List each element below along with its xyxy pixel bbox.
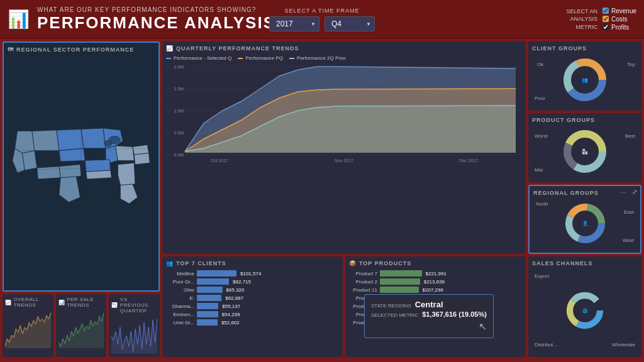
- regional-groups-donut-area: North East West 👤: [533, 200, 636, 246]
- client-groups-donut-area: Ok Poor Top 👥: [532, 55, 638, 104]
- regional-groups-donut: 👤: [565, 203, 606, 244]
- per-sale-trends-chart: [58, 310, 104, 348]
- overall-trends-chart: [5, 310, 51, 348]
- us-map-svg: [8, 57, 155, 284]
- costs-checkbox[interactable]: Costs: [602, 16, 636, 23]
- vs-previous-panel: 📉 VS PREVIOUS QUARTER: [109, 294, 160, 357]
- regional-groups-panel: REGIONAL GROUPS ⤢ ··· North East West 👤: [528, 185, 641, 254]
- client-ok-label: Ok: [537, 62, 543, 67]
- regional-groups-title: REGIONAL GROUPS ⤢ ···: [533, 190, 636, 196]
- client-bar-fill: [197, 270, 236, 277]
- product-bar-fill: [380, 287, 419, 293]
- clients-bar-chart: Medline $101,574 Pure Gr... $82,715 Ohio…: [166, 270, 339, 326]
- vs-previous-chart: [111, 316, 157, 354]
- product-bar-fill: [380, 278, 420, 285]
- export-label: Export: [535, 273, 549, 279]
- top-products-wrapper: 📦 TOP PRODUCTS Product 7 $221,991 Produc…: [345, 256, 526, 357]
- metric-checkboxes: Revenue Costs Profits: [602, 8, 636, 31]
- per-sale-trends-title: 📊 PER SALE TRENDS: [58, 297, 104, 308]
- legend-2q-prior: Performance 2Q Prior: [289, 55, 346, 61]
- middle-column: 📈 QUARTERLY PERFORMANCE TRENDS Performan…: [162, 41, 526, 357]
- distribute-label: Distribut...: [535, 342, 557, 348]
- header-icon: 📊: [8, 9, 30, 30]
- profits-checkbox[interactable]: Profits: [602, 24, 636, 31]
- legend-dot-pq: [238, 58, 243, 59]
- sales-channels-panel: SALES CHANNELS Export Distribut... Whole…: [528, 256, 641, 357]
- header-text: WHAT ARE OUR KEY PERFORMANCE INDICATORS …: [37, 6, 275, 33]
- product-groups-title: PRODUCT GROUPS: [532, 117, 638, 123]
- client-groups-donut: 👥: [563, 58, 607, 102]
- client-bar-row: Medline $101,574: [166, 270, 339, 277]
- header-subtitle: WHAT ARE OUR KEY PERFORMANCE INDICATORS …: [37, 6, 275, 13]
- client-value: $65,320: [226, 287, 245, 293]
- client-bar-row: E: $62,887: [166, 295, 339, 301]
- svg-point-1: [104, 140, 112, 146]
- sales-channels-donut: 🌐: [566, 292, 604, 329]
- product-name: Product 7: [349, 271, 377, 277]
- bottom-mini-panels: 📈 OVERALL TRENDS 📊 PER SALE TRENDS 📉 VS …: [3, 294, 160, 357]
- legend-selected-q: Performance - Selected Q: [166, 55, 231, 61]
- svg-text:🏪: 🏪: [582, 148, 588, 155]
- time-frame-label: SELECT A TIME FRAME: [284, 8, 359, 14]
- client-groups-title: CLIENT GROUPS: [532, 45, 638, 52]
- client-bar-row: Dharma... $55,137: [166, 303, 339, 309]
- more-icon[interactable]: ···: [619, 190, 626, 196]
- client-bar-fill: [197, 303, 218, 309]
- top-products-title: 📦 TOP PRODUCTS: [349, 260, 522, 266]
- map-icon: 🗺: [8, 47, 14, 53]
- legend-dot-2q: [289, 58, 294, 59]
- clients-icon: 👥: [166, 260, 174, 266]
- product-worst-label: Worst: [535, 133, 548, 139]
- quarter-dropdown[interactable]: Q4 Q3 Q2 Q1: [325, 16, 375, 31]
- client-bar-row: Eminen... $54,239: [166, 311, 339, 317]
- product-best-label: Best: [625, 133, 635, 139]
- product-bar-row: Product 2 $213,839: [349, 278, 522, 285]
- product-mid-label: Mid: [535, 167, 543, 173]
- legend-pq: Performance PQ: [238, 55, 283, 61]
- year-dropdown[interactable]: 2017 2016 2015: [269, 16, 319, 31]
- client-name: Uriel Gr...: [166, 320, 194, 326]
- compare-icon: 📉: [111, 302, 118, 308]
- products-icon: 📦: [349, 260, 357, 266]
- regional-sector-title: 🗺 REGIONAL SECTOR PERFORMANCE: [8, 47, 155, 53]
- client-bar-fill: [197, 311, 218, 317]
- product-value: $207,296: [423, 287, 443, 293]
- trends-icon: 📈: [5, 300, 12, 305]
- revenue-checkbox[interactable]: Revenue: [602, 8, 636, 14]
- client-name: Ohio: [166, 287, 194, 293]
- expand-icon[interactable]: ⤢: [632, 189, 638, 195]
- quarterly-trends-panel: 📈 QUARTERLY PERFORMANCE TRENDS Performan…: [162, 41, 526, 254]
- tooltip-cursor: ↖: [371, 321, 487, 332]
- client-value: $62,887: [225, 295, 243, 301]
- client-name: Eminen...: [166, 312, 194, 317]
- regional-north-label: North: [536, 201, 548, 207]
- client-bar-fill: [197, 295, 221, 301]
- product-bar-row: Product 11 $207,296: [349, 287, 522, 293]
- top7-clients-title: 👥 TOP 7 CLIENTS: [166, 260, 339, 266]
- header: 📊 WHAT ARE OUR KEY PERFORMANCE INDICATOR…: [0, 0, 644, 39]
- product-name: Product 11: [349, 287, 377, 293]
- tooltip-metric-row: SELECTED METRIC $1,367,616 (19.05%): [371, 310, 487, 318]
- client-value: $82,715: [233, 279, 251, 285]
- analysis-label: SELECT ANANALYSISMETRIC: [567, 8, 597, 31]
- analysis-selector: SELECT ANANALYSISMETRIC Revenue Costs Pr…: [567, 8, 636, 31]
- right-column: CLIENT GROUPS Ok Poor Top 👥 PRODUCT GROU…: [528, 41, 641, 357]
- regional-east-label: East: [624, 209, 634, 215]
- overall-trends-title: 📈 OVERALL TRENDS: [5, 297, 51, 308]
- regional-west-label: West: [623, 238, 634, 243]
- chart-icon: 📈: [166, 45, 174, 52]
- client-bar-fill: [197, 287, 223, 293]
- client-bar-row: Uriel Gr... $52,602: [166, 319, 339, 326]
- tooltip: STATE REGIONS Central SELECTED METRIC $1…: [364, 294, 494, 338]
- client-value: $54,239: [222, 312, 240, 317]
- client-name: Medline: [166, 271, 194, 277]
- tooltip-state-row: STATE REGIONS Central: [371, 300, 487, 309]
- map-container: [8, 57, 155, 284]
- client-value: $52,602: [221, 320, 240, 326]
- left-column: 🗺 REGIONAL SECTOR PERFORMANCE: [3, 41, 160, 357]
- client-bar-row: Ohio $65,320: [166, 287, 339, 293]
- quarterly-trends-title: 📈 QUARTERLY PERFORMANCE TRENDS: [166, 45, 522, 52]
- svg-text:👤: 👤: [582, 221, 589, 226]
- chart-legend: Performance - Selected Q Performance PQ …: [166, 55, 522, 61]
- header-title: PERFORMANCE ANALYSIS: [37, 13, 275, 33]
